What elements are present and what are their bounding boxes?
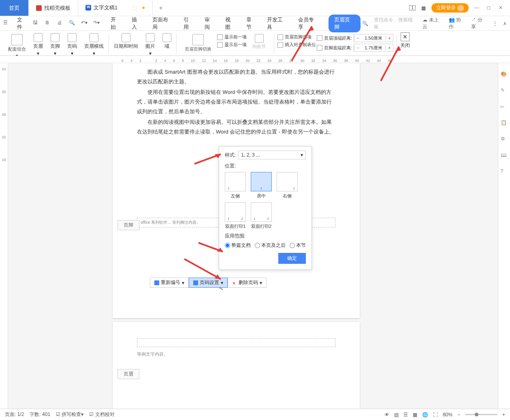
- doc-proof[interactable]: ☑ 文档校对: [89, 411, 114, 418]
- status-bar: 页面: 1/2 字数: 401 ☑ 拼写检查▾ ☑ 文档校对 👁 ▤ ☰ ▦ 🌐…: [0, 409, 510, 420]
- scope-label: 应用范围:: [225, 233, 306, 240]
- menu-tab-view[interactable]: 视图: [224, 15, 236, 32]
- menu-tab-header-footer[interactable]: 页眉页脚: [329, 15, 361, 32]
- clipboard-icon[interactable]: 📋: [501, 120, 508, 127]
- header-tag: 页眉: [117, 369, 139, 379]
- print-preview-icon[interactable]: 🔍: [69, 20, 77, 27]
- delete-icon: [232, 280, 237, 285]
- scope-section[interactable]: 本节: [290, 242, 306, 249]
- pos-duplex1[interactable]: 12双面打印1: [225, 202, 246, 229]
- maximize-icon[interactable]: ◻: [487, 5, 493, 11]
- save-icon[interactable]: 🖫: [33, 20, 41, 27]
- field-button[interactable]: 域: [161, 32, 173, 57]
- menu-tab-layout[interactable]: 页面布局: [152, 15, 174, 32]
- menu-tab-reference[interactable]: 引用: [183, 15, 194, 32]
- view-outline-icon[interactable]: ☰: [403, 412, 408, 418]
- zoom-in[interactable]: +: [502, 412, 505, 418]
- menu-tabs: 开始 插入 页面布局 引用 审阅 视图 章节 开发工具 会员专享 页眉页脚: [110, 15, 361, 32]
- combo-button[interactable]: 配套组合▾: [6, 33, 28, 59]
- zoom-level[interactable]: 80%: [443, 412, 452, 418]
- paragraph: 在新的阅读视图中阅读更加容易。可以折叠文档某些部分并关注所需文本。如果在达到结尾…: [137, 117, 335, 137]
- share-button[interactable]: ↗ 分享: [471, 17, 487, 30]
- hf-switch-button[interactable]: 页眉页脚切换: [183, 33, 213, 53]
- select-icon[interactable]: ▻: [501, 104, 508, 111]
- book-icon[interactable]: 📖: [501, 152, 508, 159]
- tab-template[interactable]: 找稻壳模板: [29, 0, 78, 16]
- minimize-icon[interactable]: —: [474, 5, 481, 11]
- top-dist-input[interactable]: −1.50厘米+: [354, 34, 393, 42]
- tab-document[interactable]: 文字文稿1⬚●: [78, 0, 153, 16]
- svg-line-2: [381, 47, 399, 81]
- footer-button[interactable]: 页脚▾: [49, 32, 62, 57]
- print-icon[interactable]: 🖨: [57, 20, 65, 27]
- help-icon[interactable]: ?: [501, 168, 508, 176]
- placeholder-text: 等例文字内容。: [113, 351, 360, 357]
- menu-tab-dev[interactable]: 开发工具: [266, 15, 288, 32]
- cloud-icon[interactable]: ☁ 未上云: [423, 17, 443, 30]
- title-bar: 首页 找稻壳模板 文字文稿1⬚● + 1 ▦ 立即登录 — ◻ ✕: [0, 0, 510, 16]
- renumber-button[interactable]: 重新编号▾: [150, 278, 189, 288]
- collapse-ribbon-icon[interactable]: ∧: [503, 21, 507, 26]
- header-button[interactable]: 页眉▾: [32, 32, 45, 57]
- apps-icon[interactable]: ▦: [421, 5, 426, 11]
- window-restore-icon[interactable]: 1: [409, 5, 416, 11]
- same-prev-button[interactable]: 同前节: [251, 33, 267, 51]
- renumber-icon: [154, 280, 159, 285]
- view-web-icon[interactable]: ▦: [413, 412, 417, 418]
- search-icon[interactable]: 🔍: [362, 21, 368, 26]
- delete-pagenum-button[interactable]: 删除页码▾: [228, 278, 267, 288]
- fullscreen-icon[interactable]: ⛶: [433, 412, 438, 418]
- pos-center[interactable]: 1居中: [251, 172, 272, 199]
- header-line-button[interactable]: 页眉横线▾: [83, 32, 105, 57]
- template-icon: [36, 5, 42, 11]
- collab-button[interactable]: 👥 协作: [449, 17, 466, 30]
- datetime-button[interactable]: 日期和时间: [112, 32, 140, 57]
- settings-icon[interactable]: ⚙: [501, 136, 508, 143]
- view-page-icon[interactable]: ▤: [394, 412, 399, 418]
- annotation-arrow: [184, 259, 225, 284]
- image-button[interactable]: 图片▾: [144, 32, 157, 57]
- scope-whole[interactable]: 整篇文档: [225, 242, 251, 249]
- tab-home[interactable]: 首页: [0, 0, 29, 16]
- undo-icon[interactable]: ↶▾: [81, 20, 89, 27]
- close-window-icon[interactable]: ✕: [499, 5, 505, 11]
- show-next-button[interactable]: 显示后一项: [217, 42, 247, 48]
- word-count[interactable]: 字数: 401: [30, 411, 50, 418]
- zoom-out[interactable]: −: [457, 412, 460, 418]
- horizontal-ruler: 6422468101214161820222426283032343638404…: [0, 56, 510, 63]
- page-indicator[interactable]: 页面: 1/2: [5, 411, 24, 418]
- ok-button[interactable]: 确定: [278, 253, 306, 264]
- hamburger-icon[interactable]: ☰: [3, 20, 11, 27]
- file-menu[interactable]: 文件: [17, 16, 28, 31]
- tab-add[interactable]: +: [153, 0, 169, 16]
- pos-duplex2[interactable]: 12双面打印2: [251, 202, 272, 229]
- header-area[interactable]: [137, 338, 335, 347]
- pos-left[interactable]: 1左侧: [225, 172, 246, 199]
- page-2: 等例文字内容。 页眉: [113, 322, 360, 409]
- menu-tab-chapter[interactable]: 章节: [245, 15, 257, 32]
- ribbon: 配套组合▾ 页眉▾ 页脚▾ 页码▾ 页眉横线▾ 日期和时间 图片▾ 域 页眉页脚…: [0, 31, 510, 56]
- bottom-dist-label: 页脚底端距离:: [324, 45, 352, 51]
- redo-icon[interactable]: ↷▾: [93, 20, 101, 27]
- show-prev-button[interactable]: 显示前一项: [217, 34, 247, 40]
- style-label: 样式:: [225, 152, 236, 159]
- eye-icon[interactable]: 👁: [384, 412, 389, 418]
- save-as-icon[interactable]: 🗎: [45, 20, 53, 27]
- palette-icon[interactable]: 🎨: [501, 71, 508, 78]
- menu-tab-start[interactable]: 开始: [110, 15, 122, 32]
- view-read-icon[interactable]: 🌐: [422, 412, 428, 418]
- more-icon[interactable]: ⋮: [493, 21, 497, 26]
- scope-after[interactable]: 本页及之后: [255, 242, 286, 249]
- search-placeholder[interactable]: 查找命令、搜索模板: [374, 17, 417, 30]
- pagenum-button[interactable]: 页码▾: [66, 32, 79, 57]
- spell-check[interactable]: ☑ 拼写检查▾: [56, 411, 83, 418]
- menu-tab-insert[interactable]: 插入: [131, 15, 143, 32]
- style-select[interactable]: 1, 2, 3 ...▾: [238, 151, 306, 159]
- login-button[interactable]: 立即登录: [431, 3, 469, 13]
- svg-line-8: [184, 259, 221, 279]
- pos-right[interactable]: 1右侧: [277, 172, 298, 199]
- pen-icon[interactable]: ✎: [501, 87, 508, 95]
- page-number-popup: 样式: 1, 2, 3 ...▾ 位置: 1左侧 1居中 1右侧 12双面打印1…: [219, 146, 312, 270]
- zoom-slider[interactable]: [465, 414, 497, 415]
- menu-tab-review[interactable]: 审阅: [204, 15, 216, 32]
